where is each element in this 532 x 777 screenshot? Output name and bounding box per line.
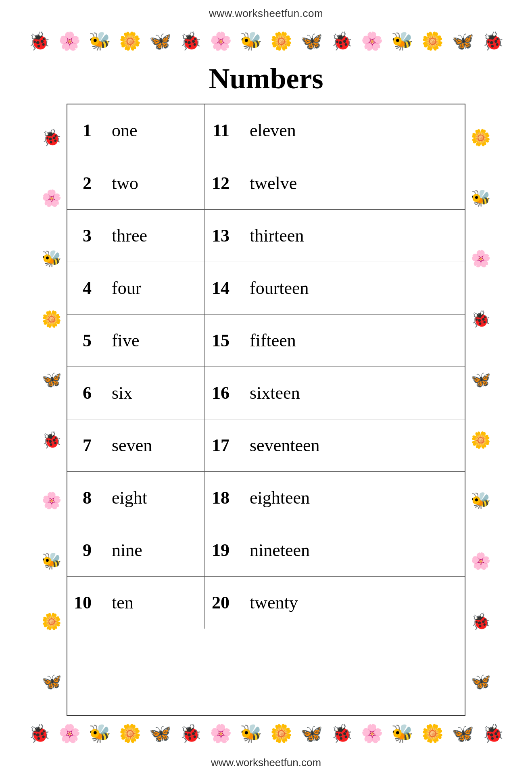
side-icon-right: 🐞	[467, 305, 495, 333]
border-icon: 🌼	[266, 718, 296, 748]
border-icon: 🐞	[175, 718, 206, 748]
border-icon: 🌸	[206, 718, 236, 748]
word-left: six	[100, 367, 204, 419]
word-right: eleven	[238, 104, 465, 157]
border-icon: 🐝	[85, 26, 115, 56]
border-icon: 🌸	[54, 718, 85, 748]
number-right: 18	[205, 471, 238, 524]
table-row: 9nine19nineteen	[67, 524, 465, 576]
side-icon-left: 🌸	[38, 486, 66, 515]
table-row: 6six16sixteen	[67, 367, 465, 419]
table-row: 2two12twelve	[67, 157, 465, 209]
border-icon: 🦋	[448, 26, 478, 56]
border-icon: 🌼	[115, 718, 145, 748]
border-icon: 🐞	[24, 718, 54, 748]
number-right: 17	[205, 419, 238, 471]
right-border: 🌼🐝🌸🐞🦋🌼🐝🌸🐞🦋	[465, 104, 496, 716]
border-icon: 🌸	[54, 26, 85, 56]
border-icon: 🦋	[296, 26, 327, 56]
number-right: 13	[205, 209, 238, 262]
page-title: Numbers	[209, 62, 323, 96]
table-row: 5five15fifteen	[67, 314, 465, 367]
side-icon-left: 🌼	[38, 607, 66, 635]
border-icon: 🌸	[357, 26, 387, 56]
word-right: seventeen	[238, 419, 465, 471]
border-icon: 🐞	[478, 718, 508, 748]
left-border: 🐞🌸🐝🌼🦋🐞🌸🐝🌼🦋	[36, 104, 67, 716]
number-left: 10	[67, 576, 100, 629]
number-right: 19	[205, 524, 238, 576]
border-icon: 🦋	[145, 26, 175, 56]
numbers-table: 1one11eleven2two12twelve3three13thirteen…	[67, 104, 465, 629]
border-icon: 🐞	[24, 26, 54, 56]
number-left: 6	[67, 367, 100, 419]
border-icon: 🦋	[448, 718, 478, 748]
border-icon: 🐝	[236, 718, 266, 748]
word-left: nine	[100, 524, 204, 576]
top-border-strip: 🐞🌸🐝🌼🦋🐞🌸🐝🌼🦋🐞🌸🐝🌼🦋🐞	[0, 24, 532, 58]
border-icon: 🌼	[417, 26, 448, 56]
border-icon: 🦋	[145, 718, 175, 748]
number-left: 2	[67, 157, 100, 209]
border-icon: 🌼	[115, 26, 145, 56]
border-icon: 🌸	[357, 718, 387, 748]
word-left: ten	[100, 576, 204, 629]
table-row: 3three13thirteen	[67, 209, 465, 262]
side-icon-left: 🦋	[38, 668, 66, 696]
number-right: 14	[205, 262, 238, 314]
word-left: four	[100, 262, 204, 314]
number-left: 8	[67, 471, 100, 524]
side-icon-left: 🐞	[38, 124, 66, 152]
side-icon-left: 🦋	[38, 366, 66, 394]
side-icon-right: 🌼	[467, 426, 495, 454]
table-row: 8eight18eighteen	[67, 471, 465, 524]
side-icon-right: 🦋	[467, 668, 495, 696]
side-icon-left: 🌼	[38, 305, 66, 333]
number-right: 15	[205, 314, 238, 367]
word-right: fourteen	[238, 262, 465, 314]
word-right: twenty	[238, 576, 465, 629]
word-left: three	[100, 209, 204, 262]
table-row: 4four14fourteen	[67, 262, 465, 314]
border-icon: 🦋	[296, 718, 327, 748]
url-top: www.worksheetfun.com	[209, 0, 323, 24]
side-icon-left: 🌸	[38, 184, 66, 212]
border-icon: 🐞	[327, 718, 357, 748]
word-left: five	[100, 314, 204, 367]
side-icon-left: 🐞	[38, 426, 66, 454]
border-icon: 🐞	[327, 26, 357, 56]
word-right: twelve	[238, 157, 465, 209]
number-right: 16	[205, 367, 238, 419]
number-left: 7	[67, 419, 100, 471]
word-right: fifteen	[238, 314, 465, 367]
word-left: one	[100, 104, 204, 157]
number-left: 4	[67, 262, 100, 314]
word-right: eighteen	[238, 471, 465, 524]
numbers-table-container: 1one11eleven2two12twelve3three13thirteen…	[67, 104, 465, 716]
number-right: 12	[205, 157, 238, 209]
side-icon-right: 🐝	[467, 184, 495, 212]
side-icon-left: 🐝	[38, 547, 66, 575]
side-icon-right: 🐞	[467, 607, 495, 635]
border-icon: 🐞	[175, 26, 206, 56]
side-icon-right: 🌸	[467, 547, 495, 575]
side-icon-left: 🐝	[38, 245, 66, 273]
word-right: sixteen	[238, 367, 465, 419]
border-icon: 🐝	[236, 26, 266, 56]
side-icon-right: 🌸	[467, 245, 495, 273]
side-icon-right: 🦋	[467, 366, 495, 394]
border-icon: 🌼	[266, 26, 296, 56]
side-icon-right: 🌼	[467, 124, 495, 152]
border-icon: 🐝	[387, 26, 417, 56]
bottom-border-strip: 🐞🌸🐝🌼🦋🐞🌸🐝🌼🦋🐞🌸🐝🌼🦋🐞	[0, 716, 532, 750]
number-left: 9	[67, 524, 100, 576]
word-left: eight	[100, 471, 204, 524]
border-icon: 🌼	[417, 718, 448, 748]
word-left: seven	[100, 419, 204, 471]
word-right: nineteen	[238, 524, 465, 576]
number-right: 20	[205, 576, 238, 629]
number-right: 11	[205, 104, 238, 157]
border-icon: 🐝	[85, 718, 115, 748]
table-row: 1one11eleven	[67, 104, 465, 157]
number-left: 5	[67, 314, 100, 367]
